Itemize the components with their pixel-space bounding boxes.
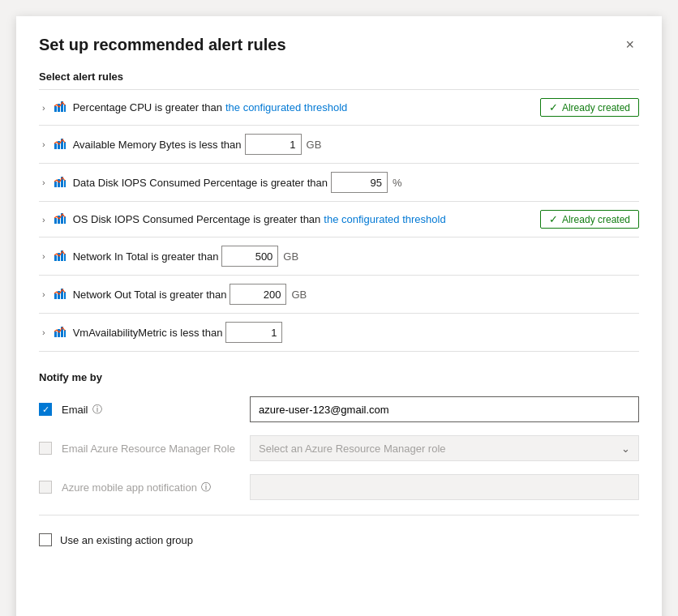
metric-icon-os_disk (54, 212, 67, 227)
expand-icon-memory[interactable]: › (39, 138, 49, 151)
notify-checkbox-mobile[interactable] (39, 481, 52, 494)
svg-rect-20 (54, 293, 57, 299)
svg-rect-13 (58, 216, 60, 224)
svg-rect-19 (64, 254, 66, 261)
notify-row-email: ✓Emailⓘ (39, 390, 639, 429)
rule-row-network_in: › Network In Total is greater than GB (39, 237, 639, 276)
rule-text-vm_availability: VmAvailabilityMetric is less than (73, 322, 629, 343)
svg-rect-3 (64, 105, 66, 112)
rule-text-memory: Available Memory Bytes is less than GB (73, 134, 629, 155)
rule-row-os_disk: › OS Disk IOPS Consumed Percentage is gr… (39, 202, 639, 237)
notify-label-email: Emailⓘ (62, 403, 240, 417)
svg-rect-23 (64, 292, 66, 299)
rule-link-cpu: the configurated threshold (225, 101, 347, 113)
check-icon-os_disk: ✓ (549, 213, 558, 225)
notify-row-mobile: Azure mobile app notificationⓘ (39, 468, 639, 507)
svg-rect-17 (58, 253, 60, 261)
action-group-checkbox[interactable] (39, 533, 52, 546)
info-icon-mobile[interactable]: ⓘ (201, 481, 211, 494)
notify-checkbox-email_arm[interactable] (39, 442, 52, 455)
metric-icon-network_out (54, 287, 67, 302)
svg-rect-0 (54, 106, 57, 112)
set-up-alert-rules-dialog: Set up recommended alert rules × Select … (16, 16, 662, 616)
svg-rect-16 (54, 255, 57, 261)
rule-unit-memory: GB (307, 139, 322, 151)
rule-unit-network_in: GB (283, 250, 298, 263)
svg-rect-8 (54, 182, 57, 187)
notify-arm-placeholder: Select an Azure Resource Manager role (259, 443, 446, 455)
rule-unit-network_out: GB (291, 289, 307, 301)
rule-text-os_disk: OS Disk IOPS Consumed Percentage is grea… (73, 213, 530, 225)
notify-checkbox-email[interactable]: ✓ (39, 403, 52, 416)
rule-input-memory[interactable] (245, 134, 302, 155)
notify-section: Notify me by ✓EmailⓘEmail Azure Resource… (39, 368, 639, 556)
expand-icon-network_in[interactable]: › (39, 250, 49, 263)
rule-unit-disk_iops: % (393, 177, 402, 189)
rule-link-os_disk: the configurated threshold (324, 213, 445, 225)
action-group-label: Use an existing action group (60, 534, 193, 546)
notify-label-mobile: Azure mobile app notificationⓘ (62, 481, 240, 494)
rule-row-vm_availability: › VmAvailabilityMetric is less than (39, 314, 639, 352)
svg-rect-15 (64, 216, 66, 224)
notify-label-email_arm: Email Azure Resource Manager Role (62, 443, 240, 455)
svg-rect-12 (54, 218, 57, 224)
metric-icon-network_in (54, 249, 67, 264)
metric-icon-cpu (54, 100, 67, 115)
rules-list: › Percentage CPU is greater than the con… (39, 89, 639, 352)
svg-rect-11 (64, 180, 66, 187)
rule-text-network_out: Network Out Total is greater than GB (73, 284, 629, 305)
rule-text-network_in: Network In Total is greater than GB (73, 246, 629, 267)
rule-row-network_out: › Network Out Total is greater than GB (39, 276, 639, 314)
dialog-title: Set up recommended alert rules (39, 36, 286, 54)
rule-row-memory: › Available Memory Bytes is less than GB (39, 126, 639, 164)
rule-input-disk_iops[interactable] (331, 172, 388, 193)
badge-text-os_disk: Already created (562, 214, 630, 225)
expand-icon-vm_availability[interactable]: › (39, 326, 49, 339)
rule-input-network_out[interactable] (230, 284, 286, 305)
badge-text-cpu: Already created (562, 102, 630, 113)
info-icon-email[interactable]: ⓘ (92, 403, 102, 417)
expand-icon-network_out[interactable]: › (39, 288, 49, 301)
already-created-badge-os_disk: ✓Already created (540, 210, 639, 229)
rule-text-disk_iops: Data Disk IOPS Consumed Percentage is gr… (73, 172, 629, 193)
already-created-badge-cpu: ✓Already created (540, 98, 639, 117)
rule-action-cpu: ✓Already created (540, 98, 639, 117)
dialog-header: Set up recommended alert rules × (39, 36, 639, 54)
svg-rect-7 (64, 142, 66, 149)
svg-rect-24 (54, 332, 57, 337)
notify-arm-role-select[interactable]: Select an Azure Resource Manager role⌄ (250, 435, 639, 461)
metric-icon-memory (54, 137, 67, 152)
rule-input-network_in[interactable] (221, 246, 278, 267)
rule-row-disk_iops: › Data Disk IOPS Consumed Percentage is … (39, 164, 639, 202)
check-icon-cpu: ✓ (549, 101, 558, 113)
select-alert-rules-label: Select alert rules (39, 71, 639, 83)
notify-email-input[interactable] (250, 396, 639, 422)
svg-rect-9 (58, 179, 60, 187)
svg-rect-21 (58, 291, 60, 299)
chevron-down-icon: ⌄ (621, 443, 630, 455)
close-button[interactable]: × (620, 36, 639, 53)
expand-icon-os_disk[interactable]: › (39, 213, 49, 226)
rule-input-vm_availability[interactable] (225, 322, 282, 343)
svg-rect-27 (64, 330, 66, 337)
divider (39, 515, 639, 515)
action-group-row: Use an existing action group (39, 524, 639, 556)
rule-text-cpu: Percentage CPU is greater than the confi… (73, 101, 530, 113)
rule-row-cpu: › Percentage CPU is greater than the con… (39, 90, 639, 126)
svg-rect-25 (58, 329, 60, 337)
svg-rect-1 (58, 104, 60, 112)
notify-me-by-label: Notify me by (39, 371, 639, 383)
svg-rect-5 (58, 141, 60, 149)
notify-row-email_arm: Email Azure Resource Manager RoleSelect … (39, 429, 639, 468)
notify-mobile-input (250, 474, 639, 500)
rule-action-os_disk: ✓Already created (540, 210, 639, 229)
svg-rect-4 (54, 143, 57, 149)
expand-icon-cpu[interactable]: › (39, 101, 49, 114)
metric-icon-disk_iops (54, 175, 67, 190)
expand-icon-disk_iops[interactable]: › (39, 176, 49, 189)
metric-icon-vm_availability (54, 325, 67, 340)
